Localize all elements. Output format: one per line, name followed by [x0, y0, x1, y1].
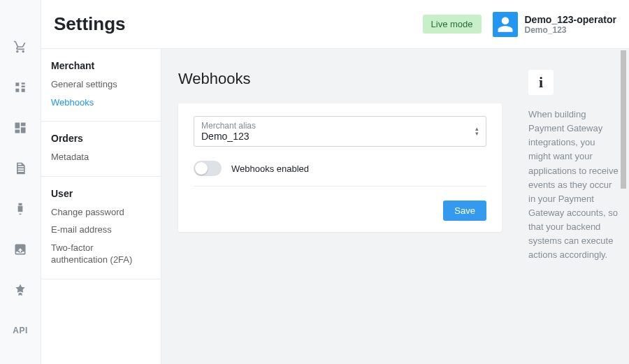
document-icon[interactable]	[13, 161, 28, 176]
settings-sidenav: Merchant General settings Webhooks Order…	[41, 49, 161, 364]
sidenav-group-merchant: Merchant General settings Webhooks	[41, 49, 161, 122]
app-root: API Settings Live mode Demo_123-operator…	[0, 0, 629, 364]
body-row: Merchant General settings Webhooks Order…	[41, 49, 629, 364]
chevron-updown-icon: ▴▾	[475, 126, 479, 136]
page-header: Settings Live mode Demo_123-operator Dem…	[41, 0, 629, 49]
card-body: Merchant alias Demo_123 ▴▾ Webho	[178, 103, 502, 189]
user-display-name: Demo_123-operator	[525, 14, 617, 25]
inbox-icon[interactable]	[13, 242, 28, 257]
save-button[interactable]: Save	[443, 201, 486, 221]
user-merchant-name: Demo_123	[525, 25, 617, 35]
scrollbar-thumb[interactable]	[621, 50, 626, 189]
content-inner: Webhooks Merchant alias Demo_123 ▴▾	[161, 49, 519, 364]
user-block[interactable]: Demo_123-operator Demo_123	[525, 14, 617, 35]
usb-icon[interactable]	[13, 201, 28, 217]
sidenav-item-2fa[interactable]: Two-factor authentication (2FA)	[51, 242, 151, 266]
live-mode-badge[interactable]: Live mode	[423, 15, 482, 34]
info-icon: i	[528, 70, 554, 95]
sidenav-heading-user: User	[51, 188, 151, 199]
sidenav-item-general-settings[interactable]: General settings	[51, 78, 151, 91]
nav-rail: API	[0, 0, 41, 364]
api-icon[interactable]: API	[13, 323, 28, 338]
sidenav-item-metadata[interactable]: Metadata	[51, 151, 151, 163]
info-text: When building Payment Gateway integratio…	[528, 108, 619, 263]
sidenav-group-user: User Change password E-mail address Two-…	[41, 177, 161, 279]
sidenav-heading-orders: Orders	[51, 133, 151, 144]
sidenav-item-email-address[interactable]: E-mail address	[51, 224, 151, 236]
webhooks-enabled-toggle[interactable]	[194, 161, 222, 176]
sidenav-item-change-password[interactable]: Change password	[51, 206, 151, 219]
sidenav-item-webhooks[interactable]: Webhooks	[51, 96, 151, 109]
balance-icon[interactable]	[13, 80, 28, 95]
toggle-knob	[195, 162, 208, 175]
section-title: Webhooks	[178, 70, 502, 88]
user-icon	[496, 15, 514, 34]
avatar[interactable]	[493, 12, 518, 37]
dashboard-icon[interactable]	[13, 120, 28, 136]
merchant-alias-label: Merchant alias	[201, 121, 479, 131]
cart-icon[interactable]	[13, 39, 28, 54]
content-area: Webhooks Merchant alias Demo_123 ▴▾	[161, 49, 629, 364]
merchant-alias-select[interactable]: Merchant alias Demo_123 ▴▾	[194, 116, 486, 147]
page-title: Settings	[54, 13, 423, 35]
merchant-alias-value: Demo_123	[201, 131, 250, 142]
award-icon[interactable]	[13, 282, 28, 298]
info-panel: i When building Payment Gateway integrat…	[519, 49, 629, 364]
sidenav-heading-merchant: Merchant	[51, 60, 151, 71]
main-column: Settings Live mode Demo_123-operator Dem…	[41, 0, 629, 364]
vertical-scrollbar[interactable]	[619, 49, 628, 363]
sidenav-group-orders: Orders Metadata	[41, 122, 161, 177]
webhooks-enabled-label: Webhooks enabled	[231, 163, 309, 174]
card-footer: Save	[178, 189, 502, 232]
webhooks-card: Merchant alias Demo_123 ▴▾ Webho	[178, 103, 502, 232]
webhooks-enabled-row: Webhooks enabled	[194, 158, 486, 187]
